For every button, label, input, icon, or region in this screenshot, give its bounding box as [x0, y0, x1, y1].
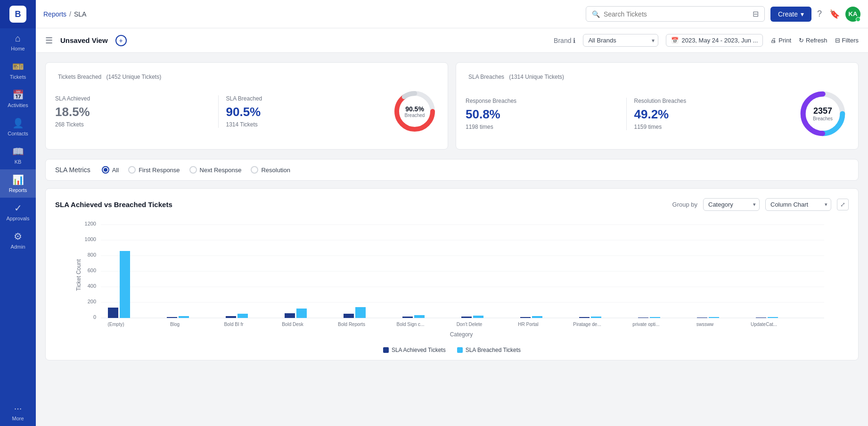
chart-type-select[interactable]: Column Chart — [765, 198, 831, 211]
svg-rect-28 — [296, 309, 307, 318]
home-icon: ⌂ — [15, 33, 21, 44]
breached-donut-chart: 90.5% Breached — [391, 88, 438, 135]
sidebar-label-approvals: Approvals — [7, 216, 30, 221]
tickets-icon: 🎫 — [12, 61, 24, 72]
svg-rect-25 — [226, 316, 236, 318]
sidebar-item-approvals[interactable]: ✓ Approvals — [0, 198, 36, 226]
filters-button[interactable]: ⊟ Filters — [835, 37, 859, 44]
svg-text:Bold BI fr: Bold BI fr — [224, 322, 244, 327]
print-button[interactable]: 🖨 Print — [770, 37, 791, 44]
summary-cards: Tickets Breached (1452 Unique Tickets) S… — [45, 62, 859, 150]
sidebar-label-home: Home — [11, 46, 25, 51]
sidebar: B ⌂ Home 🎫 Tickets 📅 Activities 👤 Contac… — [0, 0, 36, 426]
sidebar-item-admin[interactable]: ⚙ Admin — [0, 226, 36, 254]
breadcrumb-parent[interactable]: Reports — [43, 10, 66, 18]
svg-rect-21 — [108, 308, 118, 318]
topnav-actions: Create ▾ ? 🔖 KA — [770, 7, 860, 22]
print-icon: 🖨 — [770, 37, 777, 44]
refresh-label: Refresh — [806, 37, 827, 44]
search-icon: 🔍 — [592, 10, 600, 18]
add-view-button[interactable]: + — [115, 35, 127, 46]
filters-label: Filters — [842, 37, 859, 44]
avatar[interactable]: KA — [845, 7, 860, 22]
breaches-donut-sub: Breaches — [813, 116, 833, 121]
sidebar-item-reports[interactable]: 📊 Reports — [0, 169, 36, 198]
legend-achieved-dot — [383, 347, 389, 353]
resolution-breaches-value: 49.2% — [634, 107, 788, 122]
svg-text:UpdateCat...: UpdateCat... — [751, 322, 777, 327]
tickets-metrics: SLA Achieved 18.5% 268 Tickets SLA Breac… — [55, 95, 382, 128]
svg-rect-32 — [414, 315, 425, 318]
help-button[interactable]: ? — [815, 7, 824, 21]
svg-text:400: 400 — [88, 283, 96, 289]
radio-next-response-label: Next Response — [200, 167, 242, 174]
svg-rect-22 — [120, 251, 130, 318]
svg-text:Bold Sign c...: Bold Sign c... — [397, 322, 425, 327]
radio-all[interactable]: All — [102, 166, 119, 174]
avatar-initials: KA — [849, 10, 858, 17]
radio-resolution-label: Resolution — [261, 167, 290, 174]
search-filter-icon[interactable]: ⊟ — [753, 9, 759, 18]
search-input[interactable] — [604, 10, 749, 18]
svg-rect-37 — [579, 317, 590, 318]
sidebar-item-more[interactable]: ··· More — [0, 398, 36, 426]
svg-text:Bold Reports: Bold Reports — [338, 322, 365, 327]
toolbar-right: Brand ℹ All Brands ▾ 📅 2023, May 24 - 20… — [554, 34, 859, 47]
create-label: Create — [778, 10, 798, 18]
sidebar-item-contacts[interactable]: 👤 Contacts — [0, 113, 36, 141]
refresh-icon: ↻ — [799, 37, 804, 44]
resolution-breaches-block: Resolution Breaches 49.2% 1159 times — [627, 98, 788, 130]
radio-next-response[interactable]: Next Response — [189, 166, 242, 174]
sla-breaches-title: SLA Breaches (1314 Unique Tickets) — [466, 72, 849, 80]
breached-donut-sub: Breached — [405, 113, 425, 118]
sla-breached-block: SLA Breached 90.5% 1314 Tickets — [219, 95, 382, 128]
svg-rect-24 — [179, 316, 189, 318]
resolution-times: 1159 times — [634, 124, 788, 130]
svg-text:1000: 1000 — [85, 236, 96, 242]
svg-rect-40 — [650, 317, 660, 318]
expand-chart-button[interactable]: ⤢ — [837, 199, 849, 210]
sla-achieved-label: SLA Achieved — [55, 95, 211, 102]
svg-rect-39 — [638, 317, 648, 318]
group-by-select[interactable]: Category — [703, 198, 760, 211]
breaches-metrics: Response Breaches 50.8% 1198 times Resol… — [466, 98, 787, 130]
radio-first-response-circle — [128, 166, 136, 174]
svg-text:private opti...: private opti... — [632, 322, 659, 327]
admin-icon: ⚙ — [14, 231, 22, 242]
sla-metrics-row: SLA Metrics All First Response Next Resp… — [45, 159, 859, 181]
legend-achieved: SLA Achieved Tickets — [383, 347, 446, 353]
calendar-icon: 📅 — [671, 37, 679, 44]
svg-text:Piratage de...: Piratage de... — [573, 322, 601, 327]
svg-text:(Empty): (Empty) — [108, 322, 124, 327]
bar-chart-svg: 1200 1000 800 600 400 200 0 Ticket Count — [55, 218, 849, 341]
radio-resolution[interactable]: Resolution — [251, 166, 290, 174]
date-range-button[interactable]: 📅 2023, May 24 - 2023, Jun ... — [666, 34, 763, 47]
sidebar-item-activities[interactable]: 📅 Activities — [0, 84, 36, 113]
sidebar-label-reports: Reports — [9, 187, 27, 193]
sidebar-item-tickets[interactable]: 🎫 Tickets — [0, 56, 36, 84]
brand-select[interactable]: All Brands — [583, 34, 658, 47]
sla-breached-tickets: 1314 Tickets — [226, 121, 382, 128]
brand-select-wrapper: All Brands ▾ — [583, 34, 658, 47]
svg-rect-23 — [167, 317, 177, 318]
radio-all-circle — [102, 166, 109, 174]
sidebar-label-activities: Activities — [8, 102, 28, 108]
more-icon: ··· — [14, 403, 22, 414]
tickets-metrics-row: SLA Achieved 18.5% 268 Tickets SLA Breac… — [55, 95, 382, 128]
sla-metrics-label: SLA Metrics — [55, 166, 90, 174]
refresh-button[interactable]: ↻ Refresh — [799, 37, 827, 44]
sla-breaches-inner: Response Breaches 50.8% 1198 times Resol… — [466, 88, 849, 140]
menu-icon[interactable]: ☰ — [45, 35, 53, 46]
sla-breached-value: 90.5% — [226, 105, 382, 119]
sidebar-item-home[interactable]: ⌂ Home — [0, 28, 36, 56]
radio-first-response[interactable]: First Response — [128, 166, 180, 174]
breached-donut-label: 90.5% Breached — [405, 105, 425, 118]
breadcrumb: Reports / SLA — [43, 10, 580, 18]
create-button[interactable]: Create ▾ — [770, 7, 811, 22]
breached-donut-value: 90.5% — [405, 105, 425, 113]
sidebar-item-kb[interactable]: 📖 KB — [0, 141, 36, 169]
svg-text:0: 0 — [93, 314, 96, 320]
logo-icon: B — [9, 6, 26, 23]
svg-rect-38 — [591, 317, 601, 318]
bookmark-button[interactable]: 🔖 — [827, 7, 842, 21]
